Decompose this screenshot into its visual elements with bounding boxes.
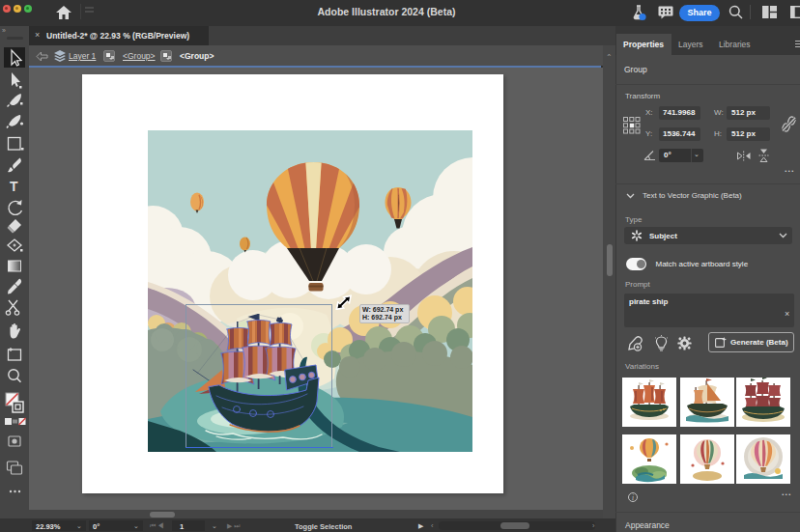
svg-text:T: T [10, 179, 18, 194]
